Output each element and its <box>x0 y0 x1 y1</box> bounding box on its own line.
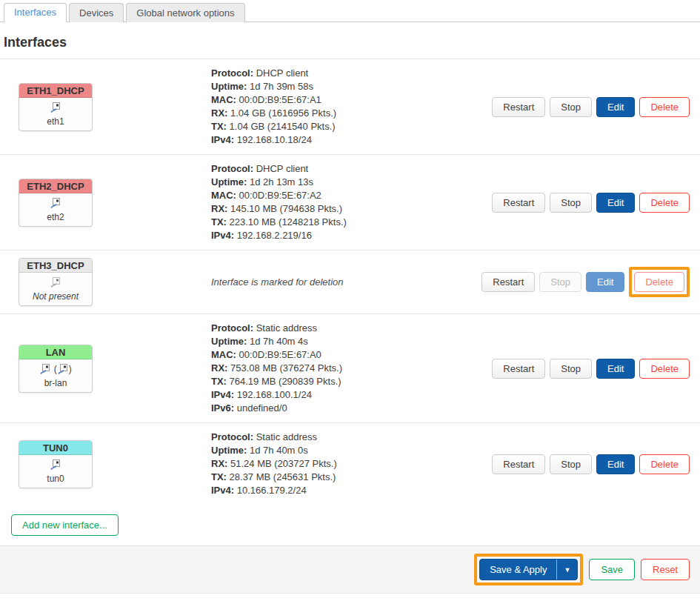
delete-button[interactable]: Delete <box>639 454 690 474</box>
detail-label: IPv4: <box>211 389 234 400</box>
edit-button[interactable]: Edit <box>596 454 635 474</box>
interface-detail-line: IPv4: 192.168.100.1/24 <box>211 388 492 402</box>
interface-badge[interactable]: ETH2_DHCPeth2 <box>19 179 93 227</box>
page-title: Interfaces <box>4 35 700 50</box>
detail-label: MAC: <box>211 349 236 360</box>
interface-detail-line: TX: 764.19 MB (290839 Pkts.) <box>211 375 492 388</box>
interface-details: Protocol: Static addressUptime: 1d 7h 40… <box>211 431 492 497</box>
interface-icons: () <box>21 364 90 376</box>
detail-label: IPv6: <box>211 402 234 414</box>
interface-detail-line: MAC: 00:0D:B9:5E:67:A0 <box>211 348 492 362</box>
save-button[interactable]: Save <box>589 559 635 580</box>
tab-global-network-options[interactable]: Global network options <box>126 3 244 22</box>
add-interface-button[interactable]: Add new interface... <box>11 514 119 536</box>
ethernet-icon <box>39 364 51 375</box>
interface-detail-line: Protocol: DHCP client <box>211 162 492 176</box>
interface-row: ETH3_DHCPNot presentInterface is marked … <box>0 250 700 314</box>
highlight-box: Save & Apply ▼ <box>474 554 583 585</box>
delete-button[interactable]: Delete <box>639 193 690 213</box>
restart-button[interactable]: Restart <box>492 97 545 117</box>
interface-list: ETH1_DHCPeth1Protocol: DHCP clientUptime… <box>0 59 700 505</box>
interface-detail-line: TX: 1.04 GB (2141540 Pkts.) <box>211 120 492 133</box>
interface-name: ETH2_DHCP <box>19 179 92 193</box>
restart-button[interactable]: Restart <box>492 454 545 474</box>
interface-detail-line: IPv6: undefined/0 <box>211 402 492 415</box>
stop-button[interactable]: Stop <box>550 359 592 379</box>
delete-button[interactable]: Delete <box>639 97 690 117</box>
interface-badge[interactable]: ETH1_DHCPeth1 <box>19 83 93 131</box>
interface-detail-line: RX: 51.24 MB (203727 Pkts.) <box>211 457 492 471</box>
device-label: Not present <box>21 291 90 302</box>
restart-button[interactable]: Restart <box>492 359 545 379</box>
edit-button[interactable]: Edit <box>596 359 635 379</box>
restart-button[interactable]: Restart <box>492 193 545 213</box>
tab-devices[interactable]: Devices <box>69 3 124 22</box>
stop-button[interactable]: Stop <box>550 193 592 213</box>
ethernet-icon <box>50 198 61 209</box>
interface-detail-line: Protocol: Static address <box>211 322 492 335</box>
detail-label: Uptime: <box>211 336 247 347</box>
edit-button[interactable]: Edit <box>586 272 624 292</box>
interface-detail-line: Uptime: 1d 7h 40m 0s <box>211 444 492 457</box>
detail-label: Protocol: <box>211 322 253 333</box>
restart-button[interactable]: Restart <box>481 272 535 292</box>
stop-button[interactable]: Stop <box>539 272 581 292</box>
interface-detail-line: MAC: 00:0D:B9:5E:67:A2 <box>211 189 492 202</box>
detail-label: RX: <box>211 362 227 374</box>
tab-bar: Interfaces Devices Global network option… <box>0 0 700 22</box>
interface-details: Protocol: DHCP clientUptime: 1d 2h 13m 1… <box>211 162 492 242</box>
detail-label: RX: <box>211 107 227 119</box>
device-label: tun0 <box>21 474 90 484</box>
interface-badge[interactable]: TUN0tun0 <box>19 440 93 488</box>
interface-detail-line: IPv4: 10.166.179.2/24 <box>211 484 492 497</box>
detail-label: Uptime: <box>211 176 247 187</box>
detail-label: Uptime: <box>211 445 247 456</box>
save-apply-dropdown[interactable]: ▼ <box>556 560 577 580</box>
save-apply-button[interactable]: Save & Apply <box>480 560 556 580</box>
detail-label: RX: <box>211 203 227 214</box>
edit-button[interactable]: Edit <box>596 193 635 213</box>
detail-label: IPv4: <box>211 485 234 496</box>
tab-interfaces[interactable]: Interfaces <box>4 3 67 22</box>
detail-label: MAC: <box>211 190 236 201</box>
detail-label: RX: <box>211 458 227 469</box>
edit-button[interactable]: Edit <box>596 97 635 117</box>
device-label: eth2 <box>21 212 90 222</box>
ethernet-icon <box>50 102 61 113</box>
deletion-status: Interface is marked for deletion <box>211 276 481 288</box>
interface-detail-line: MAC: 00:0D:B9:5E:67:A1 <box>211 93 492 107</box>
interface-badge[interactable]: LAN ()br-lan <box>19 345 93 393</box>
interface-badge-cell: ETH3_DHCPNot present <box>19 258 211 306</box>
interface-actions: RestartStopEditDelete <box>481 267 690 297</box>
interface-name: LAN <box>19 345 92 359</box>
interface-name: ETH1_DHCP <box>19 84 92 98</box>
highlight-box: Delete <box>629 267 690 297</box>
interface-details: Protocol: Static addressUptime: 1d 7h 40… <box>211 322 492 415</box>
interface-icons <box>21 102 90 115</box>
chevron-down-icon: ▼ <box>564 566 570 574</box>
stop-button[interactable]: Stop <box>550 454 592 474</box>
interface-row: ETH2_DHCPeth2Protocol: DHCP clientUptime… <box>0 155 700 250</box>
interface-detail-line: Uptime: 1d 2h 13m 13s <box>211 176 492 189</box>
detail-label: TX: <box>211 471 227 482</box>
detail-label: Uptime: <box>211 81 247 92</box>
ethernet-icon <box>50 277 61 288</box>
detail-label: Protocol: <box>211 67 253 79</box>
interface-badge-cell: ETH2_DHCPeth2 <box>19 179 211 227</box>
interface-row: TUN0tun0Protocol: Static addressUptime: … <box>0 423 700 505</box>
interface-icons <box>21 198 90 210</box>
ethernet-icon <box>50 459 61 471</box>
interface-detail-line: Protocol: DHCP client <box>211 67 492 80</box>
interface-badge[interactable]: ETH3_DHCPNot present <box>19 258 93 306</box>
delete-button[interactable]: Delete <box>634 272 684 292</box>
ethernet-icon <box>57 364 69 375</box>
interface-row: ETH1_DHCPeth1Protocol: DHCP clientUptime… <box>0 59 700 155</box>
interface-detail-line: Uptime: 1d 7h 40m 4s <box>211 335 492 348</box>
detail-label: MAC: <box>211 94 236 105</box>
interface-details: Protocol: DHCP clientUptime: 1d 7h 39m 5… <box>211 67 492 147</box>
interface-actions: RestartStopEditDelete <box>492 193 690 213</box>
interface-detail-line: RX: 1.04 GB (1616956 Pkts.) <box>211 107 492 120</box>
stop-button[interactable]: Stop <box>550 97 592 117</box>
reset-button[interactable]: Reset <box>641 559 690 580</box>
delete-button[interactable]: Delete <box>639 359 690 379</box>
